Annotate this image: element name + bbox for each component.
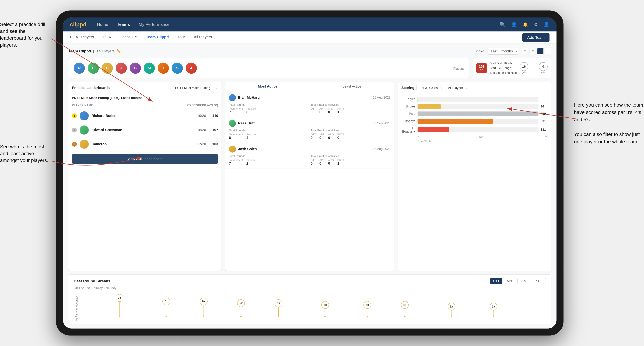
streaks-filters: OTT APP ARG PUTT bbox=[490, 278, 546, 284]
annotation-right: Here you can see how the team have score… bbox=[574, 101, 644, 145]
user-icon[interactable]: 👤 bbox=[511, 22, 517, 27]
add-team-button[interactable]: Add Team bbox=[522, 33, 550, 42]
streak-filter-app[interactable]: APP bbox=[504, 278, 516, 284]
dot-dot-6 bbox=[324, 316, 326, 317]
chart-value-dbogeys: 131 bbox=[540, 128, 548, 132]
chart-bar-bogeys bbox=[418, 119, 493, 124]
activity-header-2: Rees Britt 02 Sep 2023 bbox=[229, 120, 390, 127]
tab-team-clippd[interactable]: Team Clippd bbox=[146, 35, 169, 40]
activity-avatar-2 bbox=[229, 120, 236, 127]
nav-my-performance[interactable]: My Performance bbox=[139, 22, 170, 27]
tab-pga[interactable]: PGA bbox=[103, 35, 111, 40]
avatar-7[interactable]: T bbox=[158, 63, 169, 74]
dot-point-9: 3x bbox=[448, 303, 455, 317]
show-label: Show: bbox=[474, 49, 484, 53]
view-full-leaderboard-button[interactable]: View Full Leaderboard bbox=[72, 154, 218, 164]
avatar-4[interactable]: J bbox=[116, 63, 127, 74]
streak-filter-putt[interactable]: PUTT bbox=[532, 278, 546, 284]
activity-player-2: Rees Britt bbox=[229, 120, 254, 127]
avatar-2[interactable]: E bbox=[88, 63, 99, 74]
activity-stats-2: Total Rounds Tournament 8 Practice 4 bbox=[229, 129, 390, 140]
avatar-3[interactable]: C bbox=[102, 63, 113, 74]
avatar-9[interactable]: A bbox=[186, 63, 197, 74]
dot-point-8: 4x bbox=[401, 301, 408, 317]
settings-icon[interactable]: ⚙ bbox=[534, 22, 538, 27]
activity-date-1: 26 Aug 2023 bbox=[373, 96, 390, 99]
avatar-8[interactable]: S bbox=[172, 63, 183, 74]
shot-circle-left: 16 bbox=[520, 62, 528, 71]
chart-row-pars: Pars 499 bbox=[402, 112, 548, 116]
tab-least-active[interactable]: Least Active bbox=[310, 82, 394, 91]
lb-player-row-3[interactable]: 3 Cameron... 17/20 103 bbox=[68, 137, 222, 151]
activity-date-3: 26 Aug 2023 bbox=[373, 147, 390, 151]
lb-col-headers: PLAYER NAME PB SCORE PB AVG SQ bbox=[68, 102, 222, 109]
dot-dot-10 bbox=[493, 316, 494, 317]
leaderboard-subtitle: PUTT Must Make Putting (3-6 ft), Last 3 … bbox=[68, 94, 222, 102]
main-content: Team Clippd | 14 Players ✏️ Show: Last 3… bbox=[63, 44, 556, 329]
lb-player-row-1[interactable]: 1 Richard Butler 19/20 110 bbox=[68, 109, 222, 123]
streaks-section: Best Round Streaks OTT APP ARG PUTT Off … bbox=[68, 274, 551, 324]
show-select[interactable]: Last 3 months bbox=[488, 48, 518, 54]
lb-score-3: 17/20 bbox=[197, 142, 206, 146]
chart-row-bogeys: Bogeys 311 bbox=[402, 119, 548, 124]
shot-circle-right: 0 bbox=[539, 62, 548, 71]
streak-filter-ott[interactable]: OTT bbox=[490, 278, 502, 284]
team-header: Team Clippd | 14 Players ✏️ Show: Last 3… bbox=[68, 48, 551, 54]
tab-all-players[interactable]: All Players bbox=[194, 35, 212, 40]
lb-avatar-3 bbox=[80, 140, 89, 149]
chart-bar-eagles bbox=[418, 97, 418, 102]
chart-value-pars: 499 bbox=[540, 112, 548, 116]
chart-bar-container-eagles bbox=[418, 97, 538, 102]
chart-bar-container-bogeys bbox=[418, 119, 538, 124]
dot-stem-3 bbox=[204, 305, 204, 316]
nav-teams[interactable]: Teams bbox=[117, 22, 130, 27]
activity-item-3: Josh Coles 26 Aug 2023 Total Rounds Tour… bbox=[226, 143, 394, 169]
view-sort[interactable]: ↕ bbox=[545, 48, 551, 54]
chart-row-birdies: Birdies 96 bbox=[402, 104, 548, 109]
avatar-1[interactable]: R bbox=[74, 63, 85, 74]
drill-select[interactable]: PUTT Must Make Putting... bbox=[172, 85, 218, 91]
content-grid: Practice Leaderboards PUTT Must Make Put… bbox=[68, 82, 551, 271]
activity-item-1: Blair McHarg 26 Aug 2023 Total Rounds To… bbox=[226, 91, 394, 117]
activity-player-1: Blair McHarg bbox=[229, 94, 260, 101]
shot-badge: 198 SQ bbox=[476, 63, 487, 73]
dot-stem-8 bbox=[404, 309, 405, 316]
avatar-6[interactable]: M bbox=[144, 63, 155, 74]
scoring-header: Scoring Par 3, 4 & 5s All Players bbox=[398, 82, 551, 94]
lb-player-row-2[interactable]: 2 Edward Crossman 18/20 107 bbox=[68, 123, 222, 137]
leaderboard-header: Practice Leaderboards PUTT Must Make Put… bbox=[68, 82, 222, 94]
edit-icon[interactable]: ✏️ bbox=[117, 49, 121, 53]
dot-dot-2 bbox=[166, 316, 167, 317]
search-icon[interactable]: 🔍 bbox=[500, 22, 506, 27]
activity-date-2: 02 Sep 2023 bbox=[372, 121, 390, 125]
lb-avg-3: 103 bbox=[212, 142, 218, 146]
bell-icon[interactable]: 🔔 bbox=[522, 22, 528, 27]
nav-home[interactable]: Home bbox=[97, 22, 108, 27]
dot-bubble-8: 4x bbox=[401, 301, 408, 309]
navbar-links: Home Teams My Performance bbox=[97, 22, 500, 27]
activity-header-3: Josh Coles 26 Aug 2023 bbox=[229, 146, 390, 153]
streaks-subtitle: Off The Tee, Fairway Accuracy bbox=[74, 286, 546, 290]
dot-chart: 7x 6x 6x bbox=[78, 293, 546, 321]
streaks-header: Best Round Streaks OTT APP ARG PUTT bbox=[74, 278, 546, 284]
view-grid-small[interactable]: ⊞ bbox=[522, 48, 528, 54]
avatar-icon[interactable]: 👤 bbox=[544, 22, 550, 27]
tab-pgat-players[interactable]: PGAT Players bbox=[70, 35, 94, 40]
tab-most-active[interactable]: Most Active bbox=[226, 82, 310, 91]
lb-player-name-3: Cameron... bbox=[92, 142, 194, 146]
scoring-filter-players[interactable]: All Players bbox=[445, 85, 468, 91]
avatar-5[interactable]: B bbox=[130, 63, 141, 74]
rank-badge-2: 2 bbox=[72, 128, 77, 133]
tab-tour[interactable]: Tour bbox=[178, 35, 185, 40]
annotation-top-left: Select a practice drill and see the lead… bbox=[0, 21, 51, 48]
streaks-title: Best Round Streaks bbox=[74, 279, 110, 283]
lb-avg-1: 110 bbox=[212, 114, 218, 118]
dot-dot-7 bbox=[366, 316, 368, 317]
chart-row-eagles: Eagles 3 bbox=[402, 97, 548, 102]
chart-row-dbogeys: D. Bogeys + 131 bbox=[402, 126, 548, 134]
view-list[interactable]: ☰ bbox=[537, 48, 544, 54]
tab-hcaps[interactable]: Hcaps 1-5 bbox=[120, 35, 137, 40]
view-grid-large[interactable]: ⊟ bbox=[530, 48, 536, 54]
scoring-filter-par[interactable]: Par 3, 4 & 5s bbox=[416, 85, 443, 91]
streak-filter-arg[interactable]: ARG bbox=[518, 278, 530, 284]
